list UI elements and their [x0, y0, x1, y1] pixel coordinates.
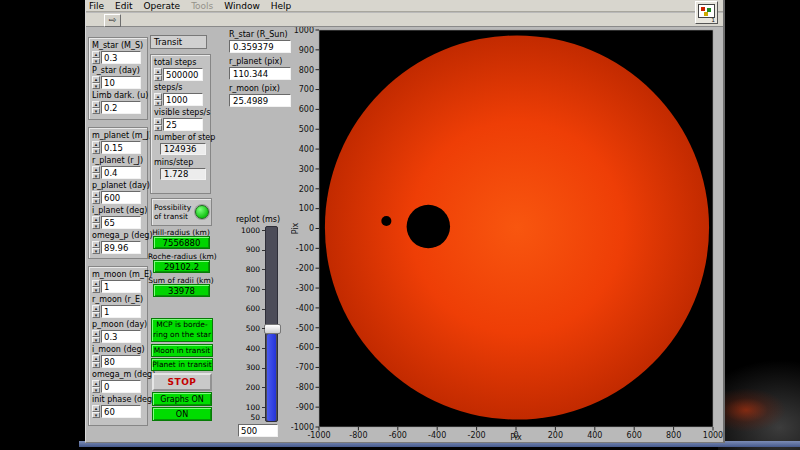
planet-input-3[interactable] — [101, 216, 141, 229]
spin-down-icon[interactable]: ▾ — [154, 125, 162, 132]
star-input-2[interactable] — [101, 101, 141, 114]
labview-window: FileEditOperateToolsWindowHelp ⇨ 1 M_sta… — [85, 0, 725, 443]
moon-label-1: r_moon (r_E) — [92, 295, 147, 305]
replot-value-input[interactable] — [238, 424, 278, 437]
moon-label-2: p_moon (day) — [92, 320, 147, 330]
slider-fill — [267, 334, 276, 421]
spin-down-icon[interactable]: ▾ — [92, 58, 100, 65]
transit-possible-led — [195, 205, 209, 219]
slider-tick-mark — [262, 309, 265, 310]
spin-down-icon[interactable]: ▾ — [92, 83, 100, 90]
moon-label-4: omega_m (deg) — [92, 370, 147, 380]
x-axis-label: Pix — [510, 433, 522, 442]
spin-down-icon[interactable]: ▾ — [92, 223, 100, 230]
moon-input-3[interactable] — [101, 355, 141, 368]
spin-down-icon[interactable]: ▾ — [92, 287, 100, 294]
transit-group: total steps▴▾steps/s▴▾visible steps/s▴▾n… — [150, 54, 211, 194]
possibility-label: Possibility of transit — [154, 203, 195, 221]
spin-down-icon[interactable]: ▾ — [92, 198, 100, 205]
star-input-1[interactable] — [101, 76, 141, 89]
moon-control: init phase (deg)▴▾ — [92, 395, 147, 418]
readout-value-1: 110.344 — [229, 67, 291, 80]
increment-decrement-spinner[interactable]: ▴▾ — [154, 68, 162, 81]
menu-window[interactable]: Window — [224, 1, 260, 11]
transit-ind-control: mins/step1.728 — [154, 158, 210, 181]
transit-label-0: total steps — [154, 58, 210, 68]
increment-decrement-spinner[interactable]: ▴▾ — [92, 76, 100, 89]
slider-track[interactable] — [265, 226, 278, 422]
spin-down-icon[interactable]: ▾ — [92, 248, 100, 255]
increment-decrement-spinner[interactable]: ▴▾ — [92, 305, 100, 318]
increment-decrement-spinner[interactable]: ▴▾ — [92, 51, 100, 64]
planet-parameters-group: m_planet (m_J)▴▾r_planet (r_J)▴▾p_planet… — [88, 127, 148, 259]
moon-input-0[interactable] — [101, 280, 141, 293]
y-tick-label: 600 — [299, 105, 314, 114]
increment-decrement-spinner[interactable]: ▴▾ — [92, 166, 100, 179]
transit-control: steps/s▴▾ — [154, 83, 210, 106]
increment-decrement-spinner[interactable]: ▴▾ — [154, 93, 162, 106]
spin-down-icon[interactable]: ▾ — [92, 173, 100, 180]
increment-decrement-spinner[interactable]: ▴▾ — [92, 216, 100, 229]
menu-bar: FileEditOperateToolsWindowHelp — [86, 0, 723, 12]
x-tick-label: -1000 — [307, 431, 330, 440]
increment-decrement-spinner[interactable]: ▴▾ — [92, 191, 100, 204]
increment-decrement-spinner[interactable]: ▴▾ — [92, 241, 100, 254]
spin-down-icon[interactable]: ▾ — [92, 412, 100, 419]
x-tick-label: 400 — [587, 431, 602, 440]
slider-thumb[interactable] — [264, 324, 281, 334]
planet-control: r_planet (r_J)▴▾ — [92, 156, 147, 179]
moon-label-5: init phase (deg) — [92, 395, 147, 405]
slider-tick-label: 600 — [229, 304, 260, 313]
readout-label-0: R_star (R_Sun) — [229, 30, 288, 39]
increment-decrement-spinner[interactable]: ▴▾ — [92, 405, 100, 418]
increment-decrement-spinner[interactable]: ▴▾ — [154, 118, 162, 131]
run-button[interactable]: ⇨ — [104, 14, 121, 27]
planet-input-0[interactable] — [101, 141, 141, 154]
spin-down-icon[interactable]: ▾ — [92, 312, 100, 319]
readout-value-0: 0.359379 — [229, 40, 291, 53]
transit-input-2[interactable] — [163, 118, 203, 131]
planet-disk — [407, 205, 450, 248]
increment-decrement-spinner[interactable]: ▴▾ — [92, 101, 100, 114]
increment-decrement-spinner[interactable]: ▴▾ — [92, 380, 100, 393]
spin-down-icon[interactable]: ▾ — [92, 108, 100, 115]
menu-file[interactable]: File — [89, 1, 104, 11]
toolbar: ⇨ — [86, 13, 723, 27]
menu-tools: Tools — [191, 1, 213, 11]
increment-decrement-spinner[interactable]: ▴▾ — [92, 141, 100, 154]
spin-down-icon[interactable]: ▾ — [154, 75, 162, 82]
spin-down-icon[interactable]: ▾ — [154, 100, 162, 107]
planet-input-1[interactable] — [101, 166, 141, 179]
x-tick-label: -600 — [389, 431, 407, 440]
planet-input-2[interactable] — [101, 191, 141, 204]
on-button[interactable]: ON — [152, 407, 212, 421]
y-tick-label: 300 — [299, 165, 314, 174]
spin-down-icon[interactable]: ▾ — [92, 337, 100, 344]
slider-tick-mark — [262, 250, 265, 251]
star-control: M_star (M_S)▴▾ — [92, 41, 147, 64]
menu-help[interactable]: Help — [271, 1, 292, 11]
spin-down-icon[interactable]: ▾ — [92, 387, 100, 394]
moon-input-5[interactable] — [101, 405, 141, 418]
x-tick-label: -800 — [349, 431, 367, 440]
planet-input-4[interactable] — [101, 241, 141, 254]
y-tick-label: 500 — [299, 125, 314, 134]
transit-input-1[interactable] — [163, 93, 203, 106]
moon-input-4[interactable] — [101, 380, 141, 393]
spin-down-icon[interactable]: ▾ — [92, 148, 100, 155]
moon-input-2[interactable] — [101, 330, 141, 343]
menu-operate[interactable]: Operate — [144, 1, 181, 11]
increment-decrement-spinner[interactable]: ▴▾ — [92, 330, 100, 343]
readout-label-1: r_planet (pix) — [229, 57, 282, 66]
transit-input-0[interactable] — [163, 68, 203, 81]
graphs-on-button[interactable]: Graphs ON — [152, 392, 212, 406]
star-input-0[interactable] — [101, 51, 141, 64]
menu-edit[interactable]: Edit — [115, 1, 132, 11]
transit-label-2: visible steps/s — [154, 108, 210, 118]
y-tick-label: 200 — [299, 185, 314, 194]
moon-input-1[interactable] — [101, 305, 141, 318]
stop-button[interactable]: STOP — [152, 373, 212, 391]
increment-decrement-spinner[interactable]: ▴▾ — [92, 355, 100, 368]
increment-decrement-spinner[interactable]: ▴▾ — [92, 280, 100, 293]
spin-down-icon[interactable]: ▾ — [92, 362, 100, 369]
